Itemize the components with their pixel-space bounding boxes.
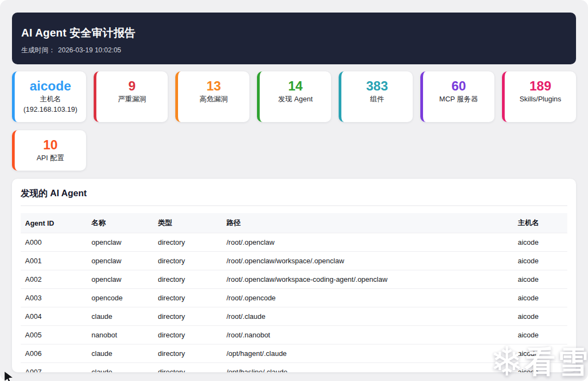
table-cell: aicode [513, 270, 567, 289]
col-header-path: 路径 [222, 213, 513, 233]
table-cell: /root/.openclaw [222, 233, 513, 252]
col-header-hostname: 主机名 [513, 213, 567, 233]
table-cell: directory [154, 270, 222, 289]
table-cell: openclaw [87, 233, 154, 252]
table-cell: aicode [513, 307, 567, 326]
table-cell: /root/.openclaw/workspace-coding-agent/.… [222, 270, 513, 289]
table-cell: directory [154, 326, 222, 344]
table-row: A003opencodedirectory/root/.opencodeaico… [21, 289, 567, 307]
table-row: A000openclawdirectory/root/.openclawaico… [21, 233, 567, 252]
report-title: AI Agent 安全审计报告 [21, 26, 566, 40]
table-cell: A004 [21, 307, 87, 326]
table-cell: directory [154, 252, 222, 270]
high-vulns-label: 高危漏洞 [181, 94, 246, 104]
table-cell: A005 [21, 326, 87, 344]
table-cell: A007 [21, 363, 87, 373]
table-row: A004claudedirectory/root/.claudeaicode [21, 307, 567, 326]
mcp-servers-label: MCP 服务器 [426, 94, 491, 104]
table-cell: /root/.openclaw/workspace/.openclaw [222, 252, 513, 270]
table-cell: A002 [21, 270, 87, 289]
table-cell: A001 [21, 252, 87, 270]
table-cell: claude [87, 344, 154, 363]
stat-card-components: 383 组件 [339, 71, 413, 122]
table-cell: /root/.opencode [222, 289, 513, 307]
hostname-value: aicode [18, 78, 83, 94]
table-row: A006claudedirectory/opt/hagent/.claudeai… [21, 344, 567, 363]
stats-grid: aicode 主机名 (192.168.103.19) 9 严重漏洞 13 高危… [12, 71, 576, 171]
agents-found-count: 14 [263, 78, 328, 94]
table-cell: openclaw [87, 252, 154, 270]
hostname-ip: (192.168.103.19) [18, 105, 83, 114]
table-cell: A003 [21, 289, 87, 307]
table-cell: aicode [513, 363, 567, 373]
api-configs-count: 10 [18, 137, 83, 153]
generated-time-label: 生成时间： [21, 46, 56, 54]
hostname-label: 主机名 [18, 94, 83, 104]
table-cell: claude [87, 363, 154, 373]
table-cell: aicode [513, 233, 567, 252]
table-cell: A000 [21, 233, 87, 252]
skills-plugins-label: Skills/Plugins [508, 94, 573, 104]
table-row: A002openclawdirectory/root/.openclaw/wor… [21, 270, 567, 289]
api-configs-label: API 配置 [18, 153, 83, 163]
mcp-servers-count: 60 [426, 78, 491, 94]
critical-vulns-count: 9 [100, 78, 164, 94]
agents-section: 发现的 AI Agent Agent ID 名称 类型 路径 主机名 A000o… [12, 179, 576, 372]
table-cell: nanobot [87, 326, 154, 344]
report-header-banner: AI Agent 安全审计报告 生成时间：2026-03-19 10:02:05 [12, 13, 576, 64]
col-header-name: 名称 [87, 213, 154, 233]
stat-card-hostname: aicode 主机名 (192.168.103.19) [12, 71, 86, 122]
components-count: 383 [345, 78, 409, 94]
col-header-agent-id: Agent ID [21, 213, 87, 233]
stat-card-critical-vulns: 9 严重漏洞 [94, 71, 168, 122]
table-cell: /root/.claude [222, 307, 513, 326]
agents-section-title: 发现的 AI Agent [21, 188, 567, 206]
agents-table: Agent ID 名称 类型 路径 主机名 A000openclawdirect… [21, 213, 567, 372]
table-cell: /opt/hagent/.claude [222, 344, 513, 363]
stat-card-skills-plugins: 189 Skills/Plugins [502, 71, 576, 122]
generated-time-value: 2026-03-19 10:02:05 [58, 46, 121, 54]
skills-plugins-count: 189 [508, 78, 573, 94]
table-cell: A006 [21, 344, 87, 363]
table-cell: aicode [513, 326, 567, 344]
generated-time-line: 生成时间：2026-03-19 10:02:05 [21, 46, 566, 55]
stat-card-agents-found: 14 发现 Agent [257, 71, 331, 122]
table-cell: aicode [513, 344, 567, 363]
table-header-row: Agent ID 名称 类型 路径 主机名 [21, 213, 567, 233]
report-window: AI Agent 安全审计报告 生成时间：2026-03-19 10:02:05… [0, 0, 588, 381]
table-cell: opencode [87, 289, 154, 307]
table-cell: openclaw [87, 270, 154, 289]
table-cell: directory [154, 344, 222, 363]
table-cell: directory [154, 289, 222, 307]
table-cell: claude [87, 307, 154, 326]
table-row: A007claudedirectory/opt/basline/.claudea… [21, 363, 567, 373]
table-cell: aicode [513, 289, 567, 307]
stat-card-api-configs: 10 API 配置 [12, 130, 86, 171]
table-row: A001openclawdirectory/root/.openclaw/wor… [21, 252, 567, 270]
table-cell: directory [154, 233, 222, 252]
stat-card-high-vulns: 13 高危漏洞 [175, 71, 249, 122]
mouse-cursor-icon [4, 371, 16, 381]
table-cell: aicode [513, 252, 567, 270]
col-header-type: 类型 [154, 213, 222, 233]
table-cell: directory [154, 307, 222, 326]
critical-vulns-label: 严重漏洞 [100, 94, 164, 104]
components-label: 组件 [345, 94, 409, 104]
agents-found-label: 发现 Agent [263, 94, 328, 104]
table-row: A005nanobotdirectory/root/.nanobotaicode [21, 326, 567, 344]
table-cell: directory [154, 363, 222, 373]
table-cell: /root/.nanobot [222, 326, 513, 344]
stat-card-mcp-servers: 60 MCP 服务器 [420, 71, 494, 122]
high-vulns-count: 13 [181, 78, 246, 94]
table-cell: /opt/basline/.claude [222, 363, 513, 373]
